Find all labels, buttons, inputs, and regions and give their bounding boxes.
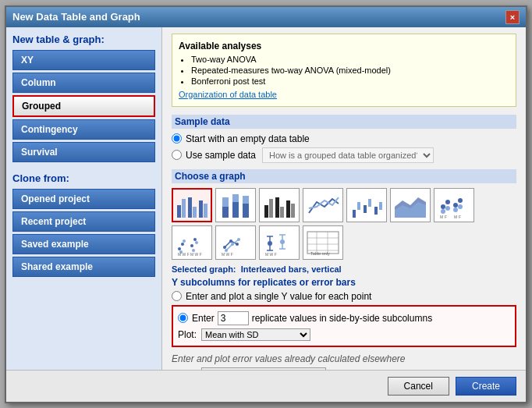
graph-table-only[interactable]: Table only No graph [303,225,343,260]
svg-point-41 [183,239,186,243]
svg-rect-4 [199,200,203,218]
svg-text:M W F: M W F [222,252,233,257]
graph-grid: M F M F [172,188,516,260]
plot-select[interactable]: Mean with SD Mean with SEM Mean with 95%… [201,328,310,341]
selected-graph-label: Selected graph: [172,264,236,274]
y-replicate-radio[interactable] [178,313,188,323]
title-bar: New Data Table and Graph × [6,7,526,27]
svg-point-58 [268,241,272,246]
svg-rect-11 [243,196,249,204]
svg-rect-16 [286,200,290,218]
nav-survival[interactable]: Survival [12,142,155,162]
plot-row: Plot: Mean with SD Mean with SEM Mean wi… [178,328,510,341]
clone-title: Clone from: [12,172,155,184]
svg-point-32 [453,208,458,212]
svg-rect-17 [291,204,295,218]
sample-use-radio[interactable] [172,150,182,160]
svg-rect-15 [280,207,284,218]
error-values-text: Enter and plot error values already calc… [172,353,516,364]
svg-point-27 [445,200,450,204]
svg-point-45 [195,241,198,244]
svg-rect-5 [204,204,207,218]
replicate-count-input[interactable]: 3 [218,311,249,325]
selected-graph-text: Selected graph: Interleaved bars, vertic… [172,264,516,274]
svg-rect-1 [182,199,186,218]
graph-lines[interactable] [303,188,343,222]
close-button[interactable]: × [505,10,520,24]
nav-column[interactable]: Column [12,73,155,93]
svg-text:M: M [440,215,443,219]
main-content: New table & graph: XY Column Grouped Con… [6,27,526,370]
y-subcolumns-title: Y subcolumns for replicates or error bar… [172,277,516,288]
y-single-radio[interactable] [172,291,182,301]
cancel-button[interactable]: Cancel [388,377,449,396]
sample-data-use-row: Use sample data How is a grouped data ta… [172,147,516,163]
svg-point-42 [190,244,193,247]
svg-point-28 [441,209,445,214]
analysis-item: Repeated-measures two-way ANOVA (mixed-m… [191,66,509,75]
nav-grouped[interactable]: Grouped [12,95,155,117]
svg-rect-21 [368,199,371,207]
svg-rect-6 [222,207,229,218]
svg-text:M W F: M W F [265,252,277,257]
dialog: New Data Table and Graph × New table & g… [5,5,527,403]
clone-recent-project[interactable]: Recent project [12,211,155,232]
svg-rect-3 [193,207,197,218]
svg-text:F: F [445,215,447,219]
svg-point-43 [193,238,197,241]
svg-rect-18 [353,210,356,218]
svg-point-29 [445,206,450,211]
svg-point-31 [458,198,463,203]
graph-stacked-bars[interactable] [215,188,256,222]
svg-rect-9 [232,194,239,202]
sample-empty-label: Start with an empty data table [186,133,310,144]
graph-scatter[interactable] [346,188,387,222]
new-table-title: New table & graph: [12,34,155,45]
svg-point-26 [441,204,445,209]
create-button[interactable]: Create [456,377,516,396]
error-values-section: Enter and plot error values already calc… [172,353,516,370]
graph-dot-plot-2[interactable]: M W F M W F [172,225,212,260]
plot-label: Plot: [178,329,197,340]
svg-point-39 [181,243,184,246]
analyses-list: Two-way ANOVA Repeated-measures two-way … [179,55,509,86]
svg-rect-12 [264,205,268,218]
svg-point-30 [453,203,458,208]
graph-interleaved-bars-vertical[interactable] [172,188,212,222]
graph-scatter-line[interactable]: M W F [215,225,256,260]
svg-text:M: M [454,215,457,219]
sample-empty-radio[interactable] [172,133,182,144]
svg-rect-20 [364,205,367,213]
clone-saved-example[interactable]: Saved example [12,234,155,254]
clone-opened-project[interactable]: Opened project [12,189,155,209]
graph-line-error[interactable]: M W F [259,225,300,260]
svg-rect-2 [188,197,192,218]
svg-rect-14 [275,197,279,218]
organization-link[interactable]: Organization of data table [179,90,277,99]
y-single-label: Enter and plot a single Y value for each… [186,291,371,302]
footer: Cancel Create [6,370,526,402]
svg-rect-13 [269,199,273,218]
analyses-box: Available analyses Two-way ANOVA Repeate… [172,34,516,107]
y-single-value-row: Enter and plot a single Y value for each… [172,291,516,302]
svg-rect-22 [374,207,378,215]
nav-contingency[interactable]: Contingency [12,119,155,140]
graph-area[interactable] [390,188,431,222]
enter-suffix: replicate values in side-by-side subcolu… [252,313,432,324]
enter-replicate-box: Enter 3 replicate values in side-by-side… [172,305,516,347]
svg-point-38 [178,247,181,250]
svg-point-62 [280,239,285,244]
clone-shared-example[interactable]: Shared example [12,257,155,277]
svg-text:F: F [459,215,461,219]
svg-rect-23 [379,202,382,210]
sample-data-select[interactable]: How is a grouped data table organized? [262,147,434,163]
svg-rect-0 [177,205,181,218]
analysis-item: Bonferroni post test [191,76,509,86]
analysis-item: Two-way ANOVA [191,55,509,64]
graph-dot-plot-1[interactable]: M F M F [434,188,474,222]
graph-black-bars[interactable] [259,188,300,222]
dialog-title: New Data Table and Graph [12,11,140,23]
selected-graph-value: Interleaved bars, vertical [241,264,342,274]
enter-replicate-row: Enter 3 replicate values in side-by-side… [178,311,510,325]
nav-xy[interactable]: XY [12,50,155,70]
